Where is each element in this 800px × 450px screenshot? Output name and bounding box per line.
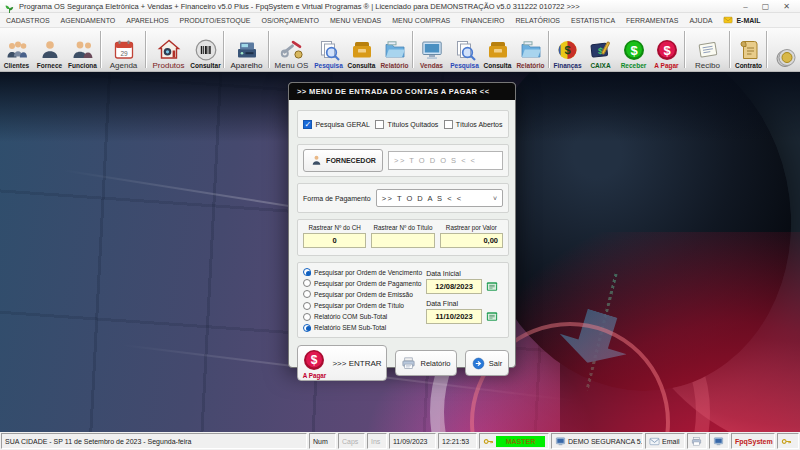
menu-item-ferramentas[interactable]: FERRAMENTAS — [626, 17, 678, 24]
search-docs-icon — [317, 38, 341, 62]
toolbar-button-finan-as[interactable]: $Finanças — [551, 28, 584, 71]
window-title: Programa OS Segurança Eletrônica + Venda… — [19, 2, 743, 11]
checkbox-label: Títulos Abertos — [456, 121, 503, 128]
data-final-field[interactable]: 11/10/2023 — [426, 309, 482, 324]
toolbar-separator — [548, 31, 550, 68]
radio-relat-rio-com-sub-total[interactable]: Relatório COM Sub-Total — [303, 313, 422, 321]
radio-pesquisar-por-ordem-de-pagamento[interactable]: Pesquisar por Ordem de Pagamento — [303, 279, 422, 287]
radio-label: Pesquisar por Ordem de Pagamento — [314, 280, 421, 287]
rastrear-input[interactable] — [371, 233, 434, 248]
rastrear-label: Rastrear por Valor — [440, 224, 503, 231]
toolbar-button-label: Relatório — [516, 62, 544, 70]
toolbar-button-label: Funciona — [68, 62, 97, 70]
fornecedor-button[interactable]: FORNECEDOR — [303, 149, 383, 172]
house-camera-icon — [157, 38, 181, 62]
toolbar-button-agenda[interactable]: 29Agenda — [103, 28, 144, 71]
toolbar-button-relat-rio[interactable]: Relatório — [378, 28, 411, 71]
checkbox-pesquisa-geral[interactable]: ✓Pesquisa GERAL — [303, 120, 369, 129]
sair-button[interactable]: Sair — [465, 350, 509, 376]
svg-text:$: $ — [630, 43, 638, 58]
toolbar-button-produtos[interactable]: Produtos — [148, 28, 189, 71]
menu-item-estatistica[interactable]: ESTATISTICA — [571, 17, 615, 24]
close-button[interactable]: ✕ — [783, 2, 790, 11]
radio-relat-rio-sem-sub-total[interactable]: Relatório SEM Sub-Total — [303, 324, 422, 332]
application-window: Programa OS Segurança Eletrônica + Venda… — [0, 0, 800, 450]
toolbar-button-a-pagar[interactable]: $A Pagar — [650, 28, 683, 71]
toolbar-button-coin-icon[interactable] — [769, 28, 800, 71]
status-segment-insert: Ins — [367, 433, 387, 449]
status-segment-company: DEMO SEGURANCA 5.0 — [551, 433, 643, 449]
toolbar-button-consulta[interactable]: Consulta — [345, 28, 378, 71]
radio-unselected-icon — [303, 313, 311, 321]
forma-pagamento-select[interactable]: >> T O D A S < < ˅ — [376, 189, 503, 207]
toolbar-button-funciona[interactable]: Funciona — [66, 28, 99, 71]
minimize-button[interactable]: – — [743, 2, 747, 11]
menu-email[interactable]: E-MAIL — [723, 15, 760, 25]
menu-item-menu-vendas[interactable]: MENU VENDAS — [330, 17, 381, 24]
radio-selected-icon — [303, 268, 311, 276]
menu-item-menu-compras[interactable]: MENU COMPRAS — [392, 17, 450, 24]
folder-report-icon — [383, 38, 407, 62]
toolbar-button-pesquisa[interactable]: Pesquisa — [448, 28, 481, 71]
toolbar-button-recibo[interactable]: Recibo — [687, 28, 728, 71]
toolbar-button-pesquisa[interactable]: Pesquisa — [312, 28, 345, 71]
toolbar-button-vendas[interactable]: Vendas — [415, 28, 448, 71]
menu-item-ajuda[interactable]: AJUDA — [689, 17, 712, 24]
toolbar-button-relat-rio[interactable]: Relatório — [514, 28, 547, 71]
calendar-icon: 29 — [112, 38, 136, 62]
toolbar-button-menu-os[interactable]: Menu OS — [271, 28, 312, 71]
menu-item-agendamento[interactable]: AGENDAMENTO — [61, 17, 116, 24]
menu-item-os-or-amento[interactable]: OS/ORÇAMENTO — [261, 17, 318, 24]
dialog-titlebar[interactable]: >> MENU DE ENTRADA DO CONTAS A PAGAR << — [289, 83, 515, 100]
toolbar-button-fornece[interactable]: Fornece — [33, 28, 66, 71]
radio-pesquisar-por-ordem-de-emiss-o[interactable]: Pesquisar por Ordem de Emissão — [303, 290, 422, 298]
toolbar-button-receber[interactable]: $Receber — [617, 28, 650, 71]
toolbar-button-caixa[interactable]: $CAIXA — [584, 28, 617, 71]
toolbar-button-label: Fornece — [37, 62, 62, 70]
maximize-button[interactable]: ▢ — [762, 2, 770, 11]
rastrear-input[interactable]: 0,00 — [440, 233, 503, 248]
pc-icon — [555, 436, 566, 447]
status-segment-brand[interactable]: FpqSystem — [731, 433, 775, 449]
checkbox-t-tulos-quitados[interactable]: Títulos Quitados — [375, 120, 438, 129]
arrow-right-blue-icon — [472, 357, 485, 370]
status-text: SUA CIDADE - SP 11 de Setembro de 2023 -… — [5, 438, 192, 445]
toolbar-button-consulta[interactable]: Consulta — [481, 28, 514, 71]
status-text: Email — [662, 438, 680, 445]
status-text: DEMO SEGURANCA 5.0 — [568, 438, 643, 445]
relatorio-button[interactable]: Relatório — [395, 350, 457, 376]
checkbox-t-tulos-abertos[interactable]: Títulos Abertos — [444, 120, 503, 129]
data-inicial-field[interactable]: 12/08/2023 — [426, 279, 482, 294]
calendar-picker-icon[interactable] — [485, 310, 499, 323]
toolbar-button-label: Aparelho — [230, 62, 262, 70]
checkbox-unchecked-icon — [444, 120, 453, 129]
status-bar: SUA CIDADE - SP 11 de Setembro de 2023 -… — [0, 432, 800, 450]
toolbar-button-label: Recibo — [695, 62, 720, 70]
menu-item-financeiro[interactable]: FINANCEIRO — [461, 17, 504, 24]
menu-item-relat-rios[interactable]: RELATÓRIOS — [515, 17, 560, 24]
toolbar-separator — [412, 31, 414, 68]
radio-pesquisar-por-ordem-de-t-tulo[interactable]: Pesquisar por Ordem de Título — [303, 302, 422, 310]
key-icon — [781, 436, 792, 447]
radio-label: Pesquisar por Ordem de Emissão — [314, 291, 413, 298]
toolbar-button-clientes[interactable]: Clientes — [0, 28, 33, 71]
archive-icon — [486, 38, 510, 62]
toolbar-button-aparelho[interactable]: Aparelho — [226, 28, 267, 71]
toolbar-button-contrato[interactable]: Contrato — [732, 28, 765, 71]
menu-item-cadastros[interactable]: CADASTROS — [6, 17, 50, 24]
fornecedor-field[interactable]: >> T O D O S < < — [388, 151, 503, 170]
toolbar-separator — [223, 31, 225, 68]
rastrear-field-rastrear-por-valor: Rastrear por Valor0,00 — [440, 224, 503, 248]
menu-item-aparelhos[interactable]: APARELHOS — [126, 17, 168, 24]
people2-icon — [71, 38, 95, 62]
dollar-red-icon: $ — [302, 348, 326, 372]
rastrear-input[interactable]: 0 — [303, 233, 366, 248]
radio-pesquisar-por-ordem-de-vencimento[interactable]: Pesquisar por Ordem de Vencimento — [303, 268, 422, 276]
toolbar-button-consultar[interactable]: Consultar — [189, 28, 222, 71]
menu-item-produto-estoque[interactable]: PRODUTO/ESTOQUE — [180, 17, 251, 24]
toolbar-button-label: Pesquisa — [314, 62, 343, 70]
order-options-group: Pesquisar por Ordem de VencimentoPesquis… — [297, 262, 509, 338]
calendar-picker-icon[interactable] — [485, 280, 499, 293]
entrar-button[interactable]: $ A Pagar >>> ENTRAR — [297, 345, 387, 381]
status-segment-email[interactable]: Email — [645, 433, 685, 449]
